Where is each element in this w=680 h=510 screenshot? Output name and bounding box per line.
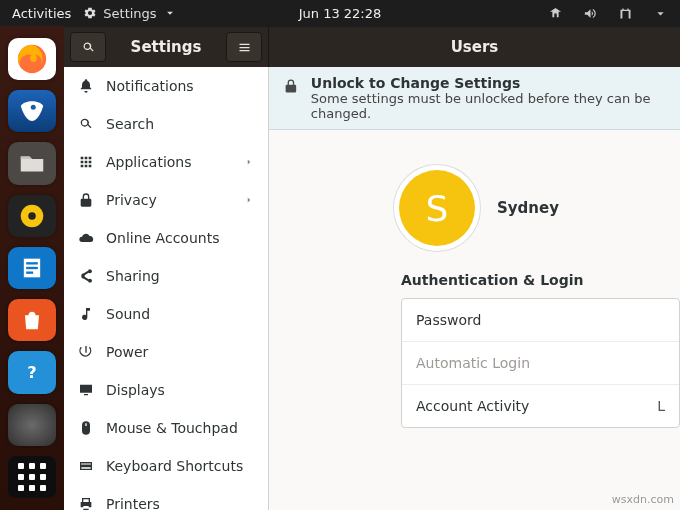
sidebar-item-sharing[interactable]: Sharing: [64, 257, 268, 295]
music-icon: [78, 306, 94, 322]
row-label: Account Activity: [416, 398, 529, 414]
unlock-infobar: Unlock to Change Settings Some settings …: [269, 67, 680, 130]
music-player-icon: [17, 201, 47, 231]
sidebar-item-label: Power: [106, 344, 148, 360]
network-icon: [548, 6, 563, 21]
dock-help[interactable]: ?: [8, 351, 56, 393]
settings-row-account-activity[interactable]: Account ActivityL: [402, 385, 679, 427]
dock-thunderbird[interactable]: [8, 90, 56, 132]
sidebar-item-label: Displays: [106, 382, 165, 398]
content-area: Unlock to Change Settings Some settings …: [269, 67, 680, 510]
chevron-right-icon: [244, 195, 254, 205]
dock-firefox[interactable]: [8, 38, 56, 80]
chevron-down-icon: [653, 6, 668, 21]
svg-point-1: [31, 105, 36, 110]
sidebar-item-label: Privacy: [106, 192, 157, 208]
bell-icon: [78, 78, 94, 94]
dock-trash[interactable]: [8, 404, 56, 446]
sidebar-item-sound[interactable]: Sound: [64, 295, 268, 333]
section-title: Authentication & Login: [401, 272, 680, 288]
svg-rect-5: [26, 262, 38, 264]
thunderbird-icon: [17, 96, 47, 126]
sidebar-item-applications[interactable]: Applications: [64, 143, 268, 181]
headerbar-left: Settings: [64, 27, 269, 67]
chevron-down-icon: [163, 6, 177, 20]
search-icon: [78, 116, 94, 132]
user-name[interactable]: Sydney: [497, 199, 559, 217]
system-status-area[interactable]: [540, 6, 668, 21]
power-icon: [78, 344, 94, 360]
panel-clock[interactable]: Jun 13 22:28: [299, 6, 382, 21]
lock-icon: [78, 192, 94, 208]
sidebar-item-label: Mouse & Touchpad: [106, 420, 238, 436]
share-icon: [78, 268, 94, 284]
sidebar-item-label: Keyboard Shortcuts: [106, 458, 243, 474]
sidebar: NotificationsSearchApplicationsPrivacyOn…: [64, 67, 269, 510]
help-icon: ?: [18, 358, 46, 386]
sidebar-item-keyboard-shortcuts[interactable]: Keyboard Shortcuts: [64, 447, 268, 485]
top-panel: Activities Settings Jun 13 22:28: [0, 0, 680, 26]
avatar[interactable]: S: [399, 170, 475, 246]
watermark: wsxdn.com: [612, 493, 674, 506]
shopping-bag-icon: [18, 306, 46, 334]
firefox-icon: [15, 42, 49, 76]
svg-point-3: [28, 212, 36, 220]
sidebar-item-online-accounts[interactable]: Online Accounts: [64, 219, 268, 257]
sidebar-item-label: Notifications: [106, 78, 194, 94]
gear-icon: [83, 6, 97, 20]
cloud-icon: [78, 230, 94, 246]
sidebar-item-label: Applications: [106, 154, 192, 170]
sidebar-item-privacy[interactable]: Privacy: [64, 181, 268, 219]
sidebar-item-printers[interactable]: Printers: [64, 485, 268, 510]
chevron-right-icon: [244, 157, 254, 167]
keyboard-icon: [78, 458, 94, 474]
sidebar-item-search[interactable]: Search: [64, 105, 268, 143]
row-label: Automatic Login: [416, 355, 530, 371]
hamburger-menu-button[interactable]: [226, 32, 262, 62]
sidebar-item-notifications[interactable]: Notifications: [64, 67, 268, 105]
dock-libreoffice-writer[interactable]: [8, 247, 56, 289]
sidebar-item-label: Sharing: [106, 268, 160, 284]
infobar-title: Unlock to Change Settings: [311, 75, 666, 91]
dock-files[interactable]: [8, 142, 56, 184]
user-block: S Sydney: [399, 170, 680, 246]
sidebar-item-mouse-touchpad[interactable]: Mouse & Touchpad: [64, 409, 268, 447]
dock: ?: [0, 26, 64, 510]
dock-ubuntu-software[interactable]: [8, 299, 56, 341]
infobar-subtitle: Some settings must be unlocked before th…: [311, 91, 666, 121]
svg-rect-7: [26, 271, 33, 273]
lock-icon: [283, 77, 299, 95]
sidebar-item-power[interactable]: Power: [64, 333, 268, 371]
settings-row-automatic-login: Automatic Login: [402, 342, 679, 385]
auth-settings-list: PasswordAutomatic LoginAccount ActivityL: [401, 298, 680, 428]
page-title: Users: [269, 27, 680, 67]
printer-icon: [78, 496, 94, 510]
mouse-icon: [78, 420, 94, 436]
settings-row-password[interactable]: Password: [402, 299, 679, 342]
svg-rect-6: [26, 267, 38, 269]
settings-window: Settings Users NotificationsSearchApplic…: [64, 26, 680, 510]
row-label: Password: [416, 312, 481, 328]
sidebar-item-label: Online Accounts: [106, 230, 219, 246]
app-menu[interactable]: Settings: [83, 6, 176, 21]
window-title: Settings: [112, 38, 220, 56]
show-applications-button[interactable]: [8, 456, 56, 498]
document-icon: [18, 254, 46, 282]
row-value: L: [657, 398, 665, 414]
activities-button[interactable]: Activities: [12, 6, 71, 21]
sidebar-item-label: Sound: [106, 306, 150, 322]
search-button[interactable]: [70, 32, 106, 62]
grid-icon: [78, 154, 94, 170]
sidebar-item-label: Search: [106, 116, 154, 132]
sidebar-item-displays[interactable]: Displays: [64, 371, 268, 409]
sidebar-item-label: Printers: [106, 496, 160, 510]
svg-text:?: ?: [27, 363, 36, 382]
dock-rhythmbox[interactable]: [8, 195, 56, 237]
menu-icon: [237, 40, 252, 55]
display-icon: [78, 382, 94, 398]
volume-icon: [583, 6, 598, 21]
files-icon: [17, 149, 47, 179]
search-icon: [81, 40, 96, 55]
battery-icon: [618, 6, 633, 21]
